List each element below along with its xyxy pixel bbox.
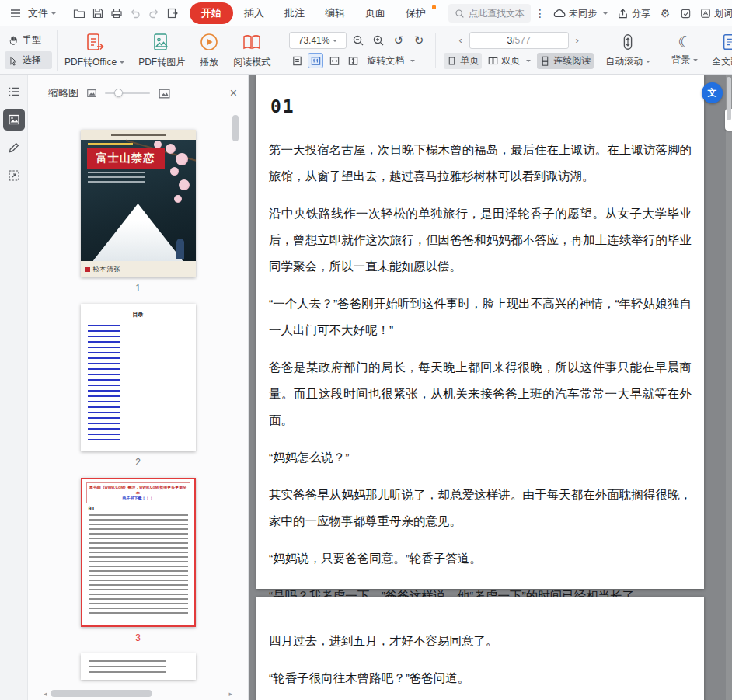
- mount-fuji: [93, 204, 183, 261]
- redo-icon[interactable]: [145, 4, 163, 23]
- thumbnail-page-2[interactable]: 目录: [81, 304, 196, 451]
- pdf-to-office-button[interactable]: PDF转Office: [58, 30, 131, 71]
- page4-text-lines: [89, 660, 166, 673]
- chevron-down-icon: [120, 61, 124, 66]
- document-page-3[interactable]: 01 第一天投宿名古屋，次日晚下榻木曾的福岛，最后住在上诹访。在上诹访落脚的旅馆…: [256, 75, 704, 589]
- translate-float-button[interactable]: 文: [702, 82, 723, 103]
- settings-gear-icon[interactable]: ⚙: [656, 4, 674, 23]
- toolbar: 手型 选择 PDF转Office PDF转图片 播放 阅读模式: [0, 26, 732, 75]
- thumbnail-panel-header: 缩略图 ×: [28, 75, 248, 112]
- paragraph: “一个人去？”爸爸刚开始听到这件事时，脸上现出不高兴的神情，“年轻姑娘独自一人出…: [269, 291, 692, 343]
- rotate-left-icon[interactable]: ↺: [390, 32, 407, 49]
- page-number-box[interactable]: 3/577: [469, 32, 569, 49]
- next-page-icon[interactable]: ›: [572, 34, 583, 46]
- appearance-icon[interactable]: [676, 4, 695, 23]
- document-page-4[interactable]: 四月过去，进到五月，才好不容易同意了。 “轮香子很向往木曾路吧？”爸爸问道。 “…: [256, 597, 704, 700]
- actual-size-icon[interactable]: [308, 53, 323, 68]
- scrollbar-track[interactable]: [51, 690, 226, 697]
- paragraph: 四月过去，进到五月，才好不容易同意了。: [269, 628, 692, 654]
- rotate-right-icon[interactable]: ↻: [410, 32, 427, 49]
- tab-page[interactable]: 页面: [356, 3, 395, 23]
- full-translate-icon: [721, 33, 732, 51]
- read-mode-button[interactable]: 阅读模式: [226, 30, 277, 71]
- fit-height-icon[interactable]: [345, 53, 361, 68]
- print-icon[interactable]: [107, 4, 126, 23]
- open-file-icon[interactable]: [70, 4, 89, 23]
- cursor-icon: [8, 55, 19, 66]
- snapshot-panel-icon[interactable]: [3, 165, 25, 186]
- thumb-larger-icon[interactable]: [158, 87, 171, 100]
- divider: [281, 33, 281, 68]
- auto-scroll-button[interactable]: 自动滚动: [598, 30, 657, 71]
- file-menu[interactable]: 文件: [25, 4, 59, 23]
- cloud-icon: [553, 7, 566, 19]
- play-button[interactable]: 播放: [192, 30, 226, 71]
- titlebar: 文件 开始 插入 批注 编辑 页面 保护 点此查找文本 ⋮: [0, 0, 732, 26]
- thumb-size-slider[interactable]: [105, 92, 150, 94]
- scroll-left-icon[interactable]: ◂: [44, 690, 47, 698]
- blossom: [170, 167, 179, 176]
- tab-annotate[interactable]: 批注: [275, 3, 314, 23]
- tab-edit[interactable]: 编辑: [315, 3, 354, 23]
- continuous-read-button[interactable]: 连续阅读: [537, 53, 594, 69]
- pdf-to-image-button[interactable]: PDF转图片: [131, 30, 192, 71]
- panel-vertical-scrollbar[interactable]: [232, 115, 239, 659]
- search-options-icon[interactable]: ⋮: [531, 4, 549, 23]
- page-2-label: 2: [81, 457, 196, 468]
- slider-handle[interactable]: [114, 89, 123, 97]
- word-translate-toggle[interactable]: 划词翻译: [696, 5, 732, 23]
- publisher-seal: [85, 267, 90, 272]
- undo-icon[interactable]: [126, 4, 145, 23]
- fit-width-icon[interactable]: [326, 53, 342, 68]
- document-view[interactable]: 01 第一天投宿名古屋，次日晚下榻木曾的福岛，最后住在上诹访。在上诹访落脚的旅馆…: [249, 75, 732, 700]
- pdf-to-office-icon: [85, 32, 105, 52]
- scrollbar-thumb[interactable]: [727, 77, 731, 120]
- rotate-doc-button[interactable]: 旋转文档: [364, 53, 418, 69]
- toc-link-lines: [88, 325, 120, 440]
- total-pages: /577: [512, 35, 530, 46]
- zoom-in-icon[interactable]: [370, 32, 387, 49]
- blossom: [179, 179, 190, 190]
- panel-horizontal-scrollbar[interactable]: ◂ ▸: [44, 688, 232, 698]
- fit-page-icon[interactable]: [289, 53, 305, 68]
- main-menu-icon[interactable]: [6, 4, 25, 23]
- select-tool[interactable]: 选择: [5, 51, 52, 69]
- tab-insert[interactable]: 插入: [235, 3, 274, 23]
- tab-home[interactable]: 开始: [190, 2, 233, 24]
- zoom-out-icon[interactable]: [350, 32, 367, 49]
- scrollbar-thumb[interactable]: [232, 115, 239, 141]
- share-icon: [617, 8, 629, 19]
- share-button[interactable]: 分享: [613, 5, 654, 23]
- prev-page-icon[interactable]: ‹: [455, 34, 466, 46]
- page-3-label: 3: [81, 632, 196, 643]
- hand-tool[interactable]: 手型: [5, 31, 52, 49]
- moon-icon: ☾: [678, 34, 692, 50]
- thumbnail-page-1[interactable]: 富士山禁恋 松本清张: [81, 130, 196, 277]
- blossom: [174, 195, 182, 203]
- continuous-read-icon: [540, 56, 550, 66]
- full-translate-button[interactable]: 全文翻译: [705, 30, 732, 71]
- tab-protect[interactable]: 保护: [396, 3, 435, 23]
- thumb-smaller-icon[interactable]: [86, 88, 97, 99]
- scroll-right-icon[interactable]: ▸: [228, 690, 232, 698]
- thumbnail-page-3-current[interactable]: 本书由《wWw.CoM》整理，wWw.CoM 提供更多更新全本 电子书下载！！！…: [81, 478, 196, 627]
- scrollbar-thumb[interactable]: [51, 690, 152, 697]
- thumbnail-page-4[interactable]: [81, 653, 196, 680]
- double-page-button[interactable]: 双页: [485, 53, 534, 69]
- export-icon[interactable]: [163, 4, 182, 23]
- paragraph: 第一天投宿名古屋，次日晚下榻木曾的福岛，最后住在上诹访。在上诹访落脚的旅馆，从窗…: [269, 137, 692, 190]
- save-icon[interactable]: [89, 4, 107, 23]
- document-scrollbar[interactable]: [726, 75, 732, 700]
- search-box[interactable]: 点此查找文本: [448, 4, 531, 23]
- close-panel-icon[interactable]: ×: [230, 87, 237, 99]
- outline-panel-icon[interactable]: [3, 81, 25, 103]
- single-page-button[interactable]: 单页: [444, 53, 482, 69]
- zoom-level-select[interactable]: 73.41%: [289, 32, 347, 49]
- thumbnail-panel-icon[interactable]: [3, 109, 25, 131]
- panel-title: 缩略图: [48, 86, 78, 100]
- annotation-panel-icon[interactable]: [3, 137, 25, 158]
- page-nav-group: ‹ 3/577 › 单页 双页: [439, 30, 598, 71]
- background-button[interactable]: ☾ 背景: [664, 30, 705, 71]
- paragraph: “妈妈怎么说？”: [269, 444, 692, 471]
- sync-status[interactable]: 未同步: [549, 5, 612, 23]
